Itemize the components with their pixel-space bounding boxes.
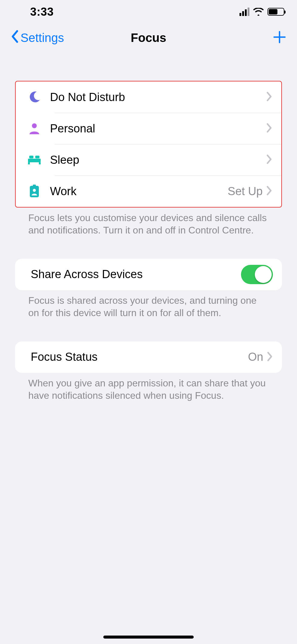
home-indicator[interactable] bbox=[103, 636, 194, 639]
svg-rect-5 bbox=[39, 162, 41, 164]
row-label: Work bbox=[46, 185, 228, 198]
status-footer: When you give an app permission, it can … bbox=[15, 373, 282, 402]
svg-rect-7 bbox=[33, 185, 36, 187]
focus-row-work[interactable]: Work Set Up bbox=[16, 176, 281, 207]
bed-icon bbox=[22, 155, 46, 165]
status-icons bbox=[239, 8, 284, 16]
moon-icon bbox=[22, 91, 46, 103]
badge-icon bbox=[22, 185, 46, 198]
share-toggle[interactable] bbox=[241, 265, 273, 284]
row-label: Share Across Devices bbox=[27, 268, 241, 281]
chevron-right-icon bbox=[266, 186, 272, 197]
plus-icon bbox=[273, 40, 286, 45]
svg-rect-3 bbox=[35, 156, 39, 158]
back-button[interactable]: Settings bbox=[11, 30, 64, 46]
focus-row-personal[interactable]: Personal bbox=[16, 113, 281, 144]
statusbar: 3:33 bbox=[0, 0, 297, 21]
share-group: Share Across Devices bbox=[15, 259, 282, 290]
status-group: Focus Status On bbox=[15, 341, 282, 373]
status-time: 3:33 bbox=[13, 5, 54, 18]
row-label: Sleep bbox=[46, 154, 266, 167]
navbar: Settings Focus bbox=[0, 21, 297, 54]
share-footer: Focus is shared across your devices, and… bbox=[15, 290, 282, 319]
add-button[interactable] bbox=[273, 30, 286, 45]
chevron-right-icon bbox=[266, 123, 272, 134]
svg-rect-4 bbox=[28, 162, 30, 164]
chevron-right-icon bbox=[266, 154, 272, 166]
svg-rect-2 bbox=[29, 156, 33, 158]
chevron-left-icon bbox=[11, 30, 19, 46]
cellular-icon bbox=[239, 8, 249, 16]
row-label: Focus Status bbox=[27, 351, 248, 363]
svg-point-8 bbox=[33, 189, 36, 192]
svg-point-0 bbox=[32, 123, 37, 128]
back-label: Settings bbox=[20, 31, 64, 45]
chevron-right-icon bbox=[266, 91, 272, 103]
person-icon bbox=[22, 122, 46, 135]
row-label: Personal bbox=[46, 122, 266, 135]
row-detail: On bbox=[248, 351, 267, 363]
focus-modes-list: Do Not Disturb Personal bbox=[15, 81, 282, 208]
battery-icon bbox=[267, 8, 284, 16]
row-detail: Set Up bbox=[228, 185, 266, 198]
wifi-icon bbox=[253, 8, 264, 16]
row-label: Do Not Disturb bbox=[46, 91, 266, 104]
chevron-right-icon bbox=[267, 351, 273, 363]
focus-status-row[interactable]: Focus Status On bbox=[15, 341, 282, 373]
svg-rect-1 bbox=[28, 159, 41, 162]
focus-footer: Focus lets you customise your devices an… bbox=[15, 208, 282, 236]
focus-row-sleep[interactable]: Sleep bbox=[16, 144, 281, 176]
share-row[interactable]: Share Across Devices bbox=[15, 259, 282, 290]
focus-row-do-not-disturb[interactable]: Do Not Disturb bbox=[16, 81, 281, 113]
